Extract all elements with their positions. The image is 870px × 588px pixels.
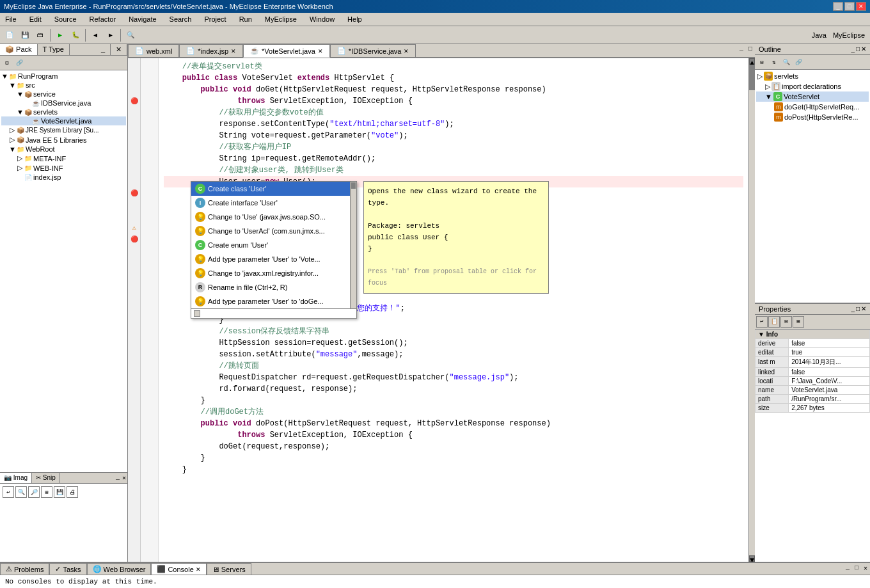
tree-item-javaee[interactable]: ▷ 📦 Java EE 5 Libraries (1, 135, 126, 145)
menu-edit[interactable]: Edit (27, 14, 44, 24)
prop-btn-2[interactable]: 📋 (768, 316, 780, 328)
ac-item-4[interactable]: C Create enum 'User' (191, 238, 350, 252)
menu-navigate[interactable]: Navigate (126, 14, 159, 24)
minimize-button[interactable]: _ (833, 2, 843, 11)
collapse-all-btn[interactable]: ⊟ (1, 57, 13, 68)
outline-voteservlet[interactable]: ▼ C VoteServlet (756, 91, 869, 102)
prop-btn-4[interactable]: ⊞ (793, 316, 804, 328)
menu-refactor[interactable]: Refactor (87, 14, 119, 24)
editor-minimize[interactable]: _ (737, 44, 746, 57)
bottom-maximize[interactable]: □ (852, 563, 861, 575)
toolbar-debug[interactable]: 🐛 (68, 28, 83, 42)
menu-run[interactable]: Run (237, 14, 255, 24)
vscroll-up[interactable]: ▲ (749, 58, 755, 65)
close-voteservlet[interactable]: ✕ (318, 48, 323, 54)
outline-dopost[interactable]: m doPost(HttpServletRe... (756, 112, 869, 122)
minimize-left[interactable]: _ (96, 44, 111, 55)
ac-item-2[interactable]: 💡 Change to 'Use' (javax.jws.soap.SO... (191, 210, 350, 224)
toolbar-new[interactable]: 📄 (3, 28, 17, 42)
menu-search[interactable]: Search (167, 14, 194, 24)
window-controls[interactable]: _ □ ✕ (833, 2, 866, 11)
outline-servlets[interactable]: ▷ 📦 servlets (756, 71, 869, 81)
menu-file[interactable]: File (3, 14, 19, 24)
tree-item-service[interactable]: ▼ 📦 service (1, 90, 126, 99)
outline-minimize[interactable]: _ (851, 45, 855, 53)
toolbar-forward[interactable]: ▶ (104, 28, 118, 42)
menu-window[interactable]: Window (307, 14, 337, 24)
autocomplete-scrollbar[interactable] (350, 182, 356, 308)
menu-project[interactable]: Project (202, 14, 228, 24)
tab-webxml[interactable]: 📄 web.xml (128, 44, 179, 57)
properties-close[interactable]: ✕ (861, 305, 866, 312)
ac-item-6[interactable]: 💡 Change to 'javax.xml.registry.infor... (191, 266, 350, 280)
ac-h-scroll[interactable] (194, 310, 200, 317)
properties-minimize[interactable]: _ (851, 305, 855, 312)
ac-item-7[interactable]: R Rename in file (Ctrl+2, R) (191, 280, 350, 294)
prop-btn-1[interactable]: ↩ (756, 316, 768, 328)
close-indexjsp[interactable]: ✕ (231, 48, 236, 54)
tab-voteservlet[interactable]: ☕ *VoteServlet.java ✕ (243, 44, 330, 58)
ac-item-8[interactable]: 💡 Add type parameter 'User' to 'doGe... (191, 294, 350, 308)
toolbar-save-all[interactable]: 🗃 (33, 28, 47, 42)
tab-type[interactable]: T Type (38, 44, 70, 55)
vscroll-track[interactable] (749, 65, 755, 555)
tree-item-src[interactable]: ▼ 📁 src (1, 81, 126, 90)
outline-doget[interactable]: m doGet(HttpServletReq... (756, 102, 869, 112)
outline-close[interactable]: ✕ (861, 45, 866, 53)
tree-item-idbservice[interactable]: ☕ IDBService.java (1, 99, 126, 107)
tab-indexjsp[interactable]: 📄 *index.jsp ✕ (179, 44, 243, 57)
tree-item-jre[interactable]: ▷ 📦 JRE System Library [Su... (1, 125, 126, 135)
properties-maximize[interactable]: □ (856, 305, 860, 312)
link-editor-btn[interactable]: 🔗 (13, 57, 25, 68)
bottom-tab-console[interactable]: ⬛ Console ✕ (151, 563, 206, 575)
close-button[interactable]: ✕ (856, 2, 866, 11)
outline-maximize[interactable]: □ (856, 45, 860, 53)
outline-filter-btn[interactable]: 🔍 (780, 56, 792, 68)
vscroll-down[interactable]: ▼ (749, 555, 755, 562)
bottom-close[interactable]: ✕ (861, 563, 870, 575)
outline-collapse-btn[interactable]: ⊟ (756, 56, 768, 68)
editor-maximize[interactable]: □ (746, 44, 755, 57)
editor-area[interactable]: 🔴 🔴 ⚠ 🔴 (128, 58, 755, 562)
tree-item-webroot[interactable]: ▼ 📁 WebRoot (1, 145, 126, 154)
bottom-tab-webbrowser[interactable]: 🌐 Web Browser (87, 563, 152, 575)
tab-idbservice[interactable]: 📄 *IDBService.java ✕ (330, 44, 416, 57)
outline-imports[interactable]: ▷ 📋 import declarations (756, 81, 869, 91)
snip-minimize[interactable]: _ (115, 473, 121, 483)
snip-btn-4[interactable]: ⊞ (41, 486, 52, 498)
editor-vscroll[interactable]: ▲ ▼ (748, 58, 755, 562)
toolbar-run[interactable]: ▶ (53, 28, 67, 42)
ac-item-0[interactable]: C Create class 'User' (191, 182, 350, 196)
close-left[interactable]: ✕ (111, 44, 127, 55)
toolbar-back[interactable]: ◀ (88, 28, 102, 42)
tree-item-voteservlet[interactable]: ☕ VoteServlet.java (1, 116, 126, 125)
tree-item-servlets[interactable]: ▼ 📦 servlets (1, 107, 126, 116)
bottom-tab-servers[interactable]: 🖥 Servers (207, 563, 251, 575)
tree-item-webinf[interactable]: ▷ 📁 WEB-INF (1, 163, 126, 173)
maximize-button[interactable]: □ (844, 2, 855, 11)
tree-item-metainf[interactable]: ▷ 📁 META-INF (1, 154, 126, 163)
outline-link-btn[interactable]: 🔗 (793, 56, 804, 68)
close-console[interactable]: ✕ (196, 566, 201, 573)
tree-item-runprogram[interactable]: ▼ 📁 RunProgram (1, 72, 126, 81)
snip-btn-1[interactable]: ↩ (3, 486, 14, 498)
ac-item-5[interactable]: 💡 Add type parameter 'User' to 'Vote... (191, 252, 350, 266)
snip-btn-6[interactable]: 🖨 (67, 486, 78, 498)
snip-tab-snip[interactable]: ✂ Snip (32, 473, 60, 483)
bottom-tab-problems[interactable]: ⚠ Problems (0, 563, 49, 575)
code-editor[interactable]: //表单提交servlet类 public class VoteServlet … (159, 58, 748, 562)
autocomplete-popup[interactable]: C Create class 'User' I Create interface… (191, 181, 357, 319)
outline-sort-btn[interactable]: ⇅ (768, 56, 780, 68)
bottom-minimize[interactable]: _ (843, 563, 852, 575)
tab-pack[interactable]: 📦 Pack (0, 44, 38, 55)
snip-close[interactable]: ✕ (121, 473, 127, 483)
prop-btn-3[interactable]: ⊟ (780, 316, 792, 328)
ac-item-3[interactable]: 💡 Change to 'UserAcl' (com.sun.jmx.s... (191, 224, 350, 238)
close-idbservice[interactable]: ✕ (404, 48, 409, 54)
bottom-tab-tasks[interactable]: ✓ Tasks (49, 563, 86, 575)
menu-source[interactable]: Source (52, 14, 79, 24)
snip-tab-imag[interactable]: 📷 Imag (0, 473, 32, 483)
toolbar-save[interactable]: 💾 (18, 28, 32, 42)
ac-item-1[interactable]: I Create interface 'User' (191, 196, 350, 210)
menu-myeclipse[interactable]: MyEclipse (262, 14, 299, 24)
